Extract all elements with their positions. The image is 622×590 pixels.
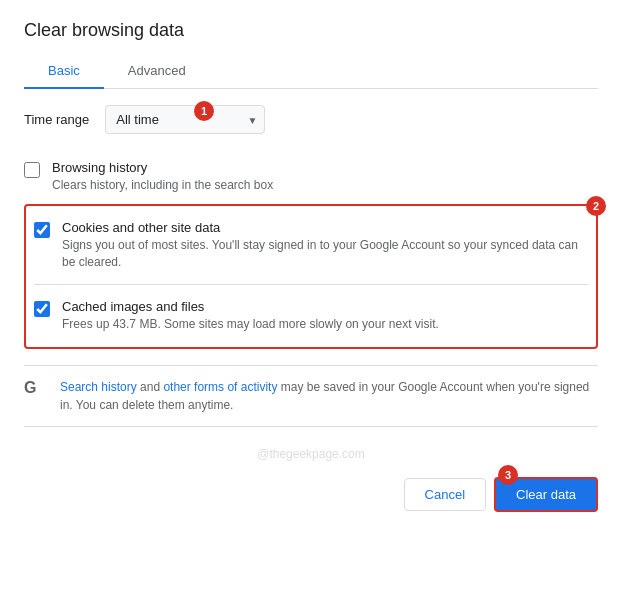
cached-item: Cached images and files Frees up 43.7 MB… xyxy=(34,289,588,343)
info-text: Search history and other forms of activi… xyxy=(60,378,598,414)
time-range-select-wrapper: Last hour Last 24 hours Last 7 days Last… xyxy=(105,105,265,134)
other-forms-link[interactable]: other forms of activity xyxy=(163,380,277,394)
dialog-footer: 3 Cancel Clear data xyxy=(24,469,598,516)
info-text-part2: and xyxy=(137,380,164,394)
cancel-button[interactable]: Cancel xyxy=(404,478,486,511)
section-divider xyxy=(34,284,588,285)
badge-1: 1 xyxy=(194,101,214,121)
browsing-history-checkbox[interactable] xyxy=(24,162,40,178)
cookies-checkbox[interactable] xyxy=(34,222,50,238)
highlighted-items-section: 2 Cookies and other site data Signs you … xyxy=(24,204,598,349)
cached-checkbox[interactable] xyxy=(34,301,50,317)
time-range-label: Time range xyxy=(24,112,89,127)
tab-bar: Basic Advanced xyxy=(24,53,598,89)
tab-basic[interactable]: Basic xyxy=(24,53,104,88)
search-history-link[interactable]: Search history xyxy=(60,380,137,394)
tab-advanced[interactable]: Advanced xyxy=(104,53,210,88)
browsing-history-desc: Clears history, including in the search … xyxy=(52,177,273,194)
cookies-title: Cookies and other site data xyxy=(62,220,588,235)
time-range-row: Time range Last hour Last 24 hours Last … xyxy=(24,105,598,134)
cached-title: Cached images and files xyxy=(62,299,439,314)
google-g-icon: G xyxy=(24,379,48,403)
info-section: G Search history and other forms of acti… xyxy=(24,365,598,427)
clear-browsing-data-dialog: Clear browsing data Basic Advanced Time … xyxy=(0,0,622,532)
dialog-title: Clear browsing data xyxy=(24,20,598,41)
cookies-item: Cookies and other site data Signs you ou… xyxy=(34,210,588,281)
badge-2: 2 xyxy=(586,196,606,216)
watermark: @thegeekpage.com xyxy=(24,435,598,469)
browsing-history-item: Browsing history Clears history, includi… xyxy=(24,150,598,204)
cached-desc: Frees up 43.7 MB. Some sites may load mo… xyxy=(62,316,439,333)
cookies-desc: Signs you out of most sites. You'll stay… xyxy=(62,237,588,271)
browsing-history-title: Browsing history xyxy=(52,160,273,175)
time-range-select[interactable]: Last hour Last 24 hours Last 7 days Last… xyxy=(105,105,265,134)
